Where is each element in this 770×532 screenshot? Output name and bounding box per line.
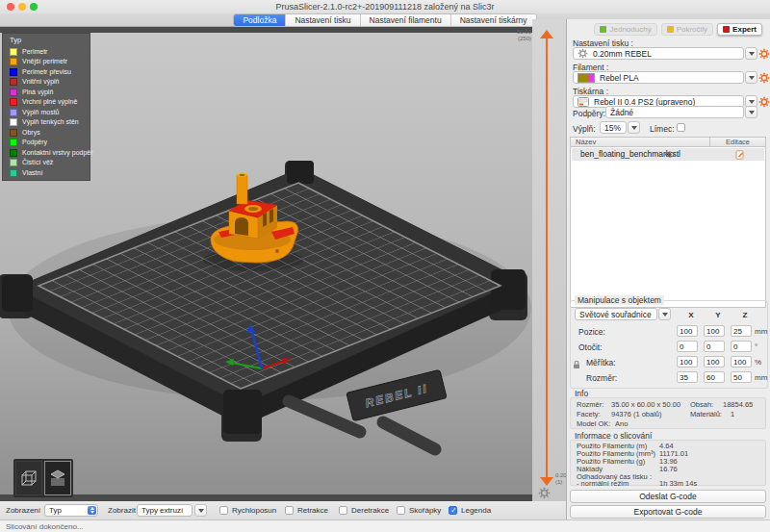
cube-icon <box>19 469 38 488</box>
infill-select[interactable]: 15% <box>600 121 627 134</box>
slicing-row-value: 1h 33m 14s <box>659 479 697 488</box>
printer-icon <box>578 97 589 107</box>
info-materials-value: 1 <box>731 410 734 418</box>
coordinate-dropdown-button[interactable] <box>658 308 671 320</box>
legend-swatch <box>10 89 17 96</box>
view-mode-popup[interactable]: Typ <box>44 504 98 517</box>
popup-stepper-icon <box>88 506 96 515</box>
show-select[interactable]: Typy extruzí <box>137 504 192 517</box>
retractions-checkbox[interactable] <box>285 506 294 515</box>
mode-expert-button[interactable]: Expert <box>717 23 762 36</box>
legend-swatch <box>10 48 17 56</box>
shells-label: Skořápky <box>409 506 441 515</box>
viewport-bottom-edge <box>0 494 532 501</box>
preview-toolbar: Zobrazení Typ Zobrazit Typy extruzí Rych… <box>0 501 566 519</box>
lock-icon[interactable] <box>572 356 581 373</box>
mode-advanced-button[interactable]: Pokročilý <box>661 23 713 36</box>
size-y-input[interactable] <box>704 371 725 383</box>
layer-slider-max-layer: (250) <box>504 36 531 42</box>
brim-label: Límec: <box>650 124 675 134</box>
size-label: Rozměr: <box>586 373 617 383</box>
tab-filament-settings[interactable]: Nastavení filamentu <box>361 14 451 26</box>
coordinate-system-select[interactable]: Světové souřadnice <box>575 308 657 320</box>
scale-z-input[interactable] <box>731 356 752 367</box>
position-y-input[interactable] <box>704 325 725 337</box>
layer-slider-bottom-handle[interactable] <box>540 477 553 486</box>
info-materials-label: Materiálů: <box>690 410 722 418</box>
supports-select[interactable]: Žádné <box>605 106 744 118</box>
chevron-down-icon <box>749 100 755 104</box>
deretractions-checkbox[interactable] <box>339 506 347 515</box>
show-label: Zobrazit <box>108 506 136 515</box>
legend-item: Perimetr převisu <box>10 68 87 77</box>
brim-checkbox[interactable] <box>677 123 685 132</box>
scale-y-input[interactable] <box>704 356 725 367</box>
position-z-input[interactable] <box>731 325 752 337</box>
rotate-z-input[interactable] <box>731 341 752 352</box>
slicing-row-value: 16.76 <box>659 465 678 473</box>
printer-gear-icon[interactable] <box>757 95 770 108</box>
chevron-down-icon <box>198 509 204 513</box>
travel-checkbox[interactable] <box>219 506 228 515</box>
legend-panel: Typ Perimetr Vnější perimetr Perimetr př… <box>2 33 90 181</box>
filament-dropdown-button[interactable] <box>745 71 757 84</box>
info-size-value: 35.00 x 60.00 x 50.00 <box>611 400 680 409</box>
rotate-x-input[interactable] <box>677 341 698 352</box>
layer-slider-max-height: 50.00 <box>504 29 531 36</box>
object-row[interactable]: ben_floating_benchmark.stl <box>572 148 764 161</box>
scale-x-input[interactable] <box>677 356 698 367</box>
tab-print-settings[interactable]: Nastavení tisku <box>286 14 360 26</box>
legend-swatch <box>10 109 17 116</box>
info-modelok-label: Model OK: <box>577 419 610 428</box>
status-text: Slicování dokončeno... <box>6 522 84 531</box>
supports-dropdown-button[interactable] <box>745 106 757 118</box>
window-title: PrusaSlicer-2.1.0-rc2+-201909111218 zalo… <box>0 2 770 12</box>
legend-item: Perimetr <box>10 48 87 57</box>
retractions-label: Retrakce <box>297 506 328 515</box>
legend-swatch <box>10 98 17 106</box>
view-3d-button[interactable] <box>15 461 42 495</box>
legend-item: Vnitřní výplň <box>10 78 87 87</box>
mode-simple-button[interactable]: Jednoduchý <box>594 23 656 36</box>
info-facets-label: Facety: <box>577 410 601 418</box>
mode-advanced-icon <box>667 26 674 33</box>
layer-slider-top-handle[interactable] <box>540 30 553 38</box>
benchy-chimney <box>237 175 247 204</box>
chevron-down-icon <box>749 52 755 56</box>
print-settings-gear-icon[interactable] <box>757 47 770 60</box>
layer-slider-strip <box>532 19 566 501</box>
legend-checkbox[interactable] <box>449 506 457 515</box>
edit-object-icon[interactable] <box>735 150 745 164</box>
layer-slider-gear-icon[interactable] <box>538 486 551 498</box>
print-settings-dropdown-button[interactable] <box>745 47 757 60</box>
deretractions-label: Deretrakce <box>351 506 389 515</box>
view-layers-button[interactable] <box>44 461 71 495</box>
layer-slider-track[interactable] <box>546 38 548 477</box>
size-x-input[interactable] <box>677 371 698 383</box>
supports-label: Podpěry: <box>573 109 605 118</box>
rotate-y-input[interactable] <box>704 341 725 352</box>
legend-swatch <box>10 169 17 177</box>
info-modelok-value: Ano <box>615 419 628 428</box>
position-x-input[interactable] <box>677 325 698 337</box>
size-z-input[interactable] <box>731 371 752 383</box>
legend-item: Kontaktní vrstvy podpěr <box>10 149 87 158</box>
eye-icon[interactable] <box>664 150 676 163</box>
shells-checkbox[interactable] <box>397 506 405 515</box>
info-volume-label: Obsah: <box>690 400 713 409</box>
benchy-arch-window <box>235 217 248 236</box>
benchy-window-2 <box>270 209 273 223</box>
filament-select[interactable]: Rebel PLA <box>573 71 744 84</box>
filament-gear-icon[interactable] <box>757 71 770 84</box>
export-gcode-button[interactable]: Exportovat G-code <box>570 505 766 519</box>
status-bar: Slicování dokončeno... <box>0 519 770 532</box>
titlebar: PrusaSlicer-2.1.0-rc2+-201909111218 zalo… <box>0 0 770 13</box>
legend-item: Výplň mostů <box>10 109 87 117</box>
tab-printer-settings[interactable]: Nastavení tiskárny <box>451 14 536 26</box>
tab-platter[interactable]: Podložka <box>234 14 286 26</box>
send-gcode-button[interactable]: Odeslat G-code <box>570 490 766 503</box>
print-settings-select[interactable]: 0.20mm REBEL <box>573 47 744 60</box>
infill-dropdown-button[interactable] <box>628 121 640 134</box>
chevron-down-icon <box>662 313 668 317</box>
show-dropdown-button[interactable] <box>194 504 207 517</box>
